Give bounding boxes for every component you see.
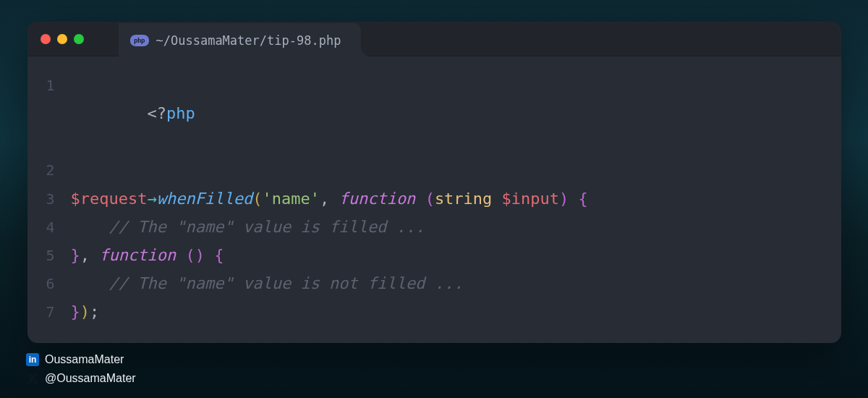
comment: // The "name" value is not filled ... (109, 274, 463, 292)
line-number: 4 (27, 215, 71, 241)
comma: , (320, 190, 339, 208)
tab-title: ~/OussamaMater/tip-98.php (156, 33, 341, 48)
arrow-operator: → (147, 190, 156, 208)
code-line: 2 (27, 156, 841, 184)
twitter-handle: @OussamaMater (45, 372, 136, 385)
line-number: 2 (27, 158, 71, 184)
php-open-tag: <? (147, 104, 166, 122)
code-line: 5 }, function () { (27, 241, 841, 269)
keyword: function (339, 190, 415, 208)
paren: ) (195, 246, 205, 264)
paren: ( (252, 190, 262, 208)
space (415, 190, 425, 208)
twitter-link[interactable]: @OussamaMater (26, 372, 136, 385)
code-line: 7 }); (27, 297, 841, 326)
keyword: function (99, 246, 176, 264)
linkedin-handle: OussamaMater (45, 353, 124, 366)
line-number: 7 (27, 300, 71, 326)
paren: ( (425, 190, 435, 208)
paren: ( (185, 246, 195, 264)
code-editor: 1 <?php 2 3 $request→whenFilled('name', … (27, 56, 841, 343)
code-line: 3 $request→whenFilled('name', function (… (27, 185, 841, 213)
php-icon: php (130, 35, 149, 46)
title-bar: php ~/OussamaMater/tip-98.php (27, 22, 841, 56)
brace: } (71, 246, 80, 264)
string-literal: 'name' (262, 190, 319, 208)
space (176, 246, 185, 264)
linkedin-icon: in (26, 353, 39, 366)
code-line: 1 <?php (27, 71, 841, 156)
comma: , (80, 246, 100, 264)
paren: ) (80, 302, 90, 321)
semicolon: ; (90, 302, 99, 321)
comment: // The "name" value is filled ... (109, 218, 425, 236)
social-links: in OussamaMater @OussamaMater (26, 353, 136, 385)
indent (71, 218, 109, 236)
space (569, 190, 578, 208)
line-number: 6 (27, 271, 71, 297)
indent (71, 274, 109, 292)
brace: { (579, 190, 588, 208)
variable: $request (71, 190, 148, 208)
traffic-lights (27, 34, 84, 44)
brace: { (214, 246, 224, 264)
minimize-icon[interactable] (57, 34, 67, 44)
php-keyword: php (166, 104, 195, 122)
file-tab[interactable]: php ~/OussamaMater/tip-98.php (119, 23, 362, 57)
linkedin-link[interactable]: in OussamaMater (26, 353, 136, 366)
space (205, 246, 214, 264)
line-number: 5 (27, 243, 71, 269)
parameter: $input (502, 190, 559, 208)
line-number: 1 (27, 73, 71, 99)
x-icon (26, 372, 39, 385)
method-call: whenFilled (157, 190, 252, 208)
space (492, 190, 501, 208)
code-line: 6 // The "name" value is not filled ... (27, 269, 841, 297)
close-icon[interactable] (41, 34, 51, 44)
line-number: 3 (27, 187, 71, 213)
paren: ) (559, 190, 569, 208)
code-window: php ~/OussamaMater/tip-98.php 1 <?php 2 … (27, 22, 841, 343)
maximize-icon[interactable] (74, 34, 84, 44)
brace: } (71, 302, 80, 321)
type-hint: string (435, 190, 492, 208)
code-line: 4 // The "name" value is filled ... (27, 213, 841, 241)
